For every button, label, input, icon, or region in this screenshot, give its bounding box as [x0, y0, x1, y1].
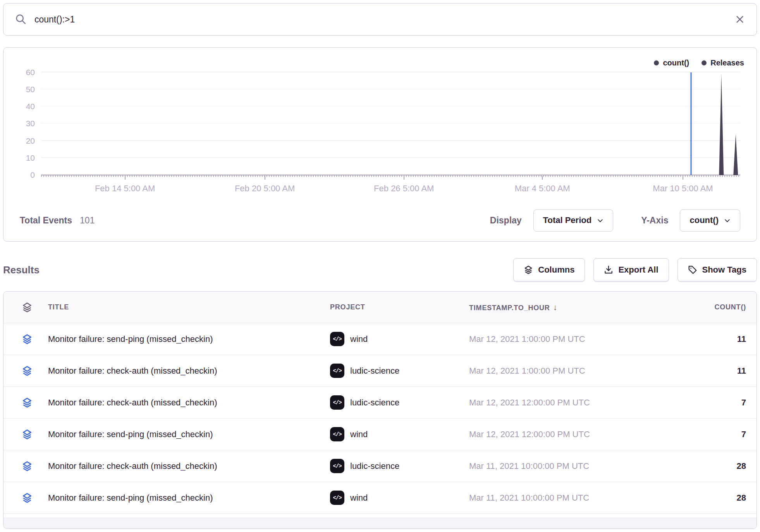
row-title[interactable]: Monitor failure: send-ping (missed_check… — [48, 493, 330, 503]
row-title[interactable]: Monitor failure: check-auth (missed_chec… — [48, 366, 330, 376]
project-platform-icon: </> — [330, 364, 344, 378]
project-name: wind — [350, 429, 368, 439]
total-events: Total Events 101 — [20, 215, 95, 226]
table-row[interactable]: Monitor failure: send-ping (missed_check… — [3, 482, 757, 514]
layers-icon — [22, 493, 33, 503]
x-axis-minor-ticks — [41, 175, 740, 177]
show-tags-button-label: Show Tags — [702, 265, 747, 275]
table-row[interactable]: Monitor failure: check-auth (missed_chec… — [3, 387, 757, 419]
row-timestamp: Mar 12, 2021 1:00:00 PM UTC — [469, 366, 647, 376]
x-axis-tick — [125, 176, 126, 180]
project-platform-icon: </> — [330, 459, 344, 473]
layers-icon — [22, 397, 33, 408]
row-timestamp: Mar 12, 2021 12:00:00 PM UTC — [469, 398, 647, 408]
y-axis-tick-label: 10 — [26, 153, 35, 163]
y-axis-tick-label: 0 — [30, 170, 35, 180]
project-platform-icon: </> — [330, 427, 344, 441]
row-project[interactable]: </>ludic-science — [330, 459, 469, 473]
header-count[interactable]: COUNT() — [647, 303, 757, 311]
results-table: TITLE PROJECT TIMESTAMP.TO_HOUR↓ COUNT()… — [3, 291, 757, 529]
table-header-row: TITLE PROJECT TIMESTAMP.TO_HOUR↓ COUNT() — [3, 292, 757, 323]
columns-button[interactable]: Columns — [513, 258, 585, 281]
row-project[interactable]: </>ludic-science — [330, 395, 469, 410]
project-platform-icon: </> — [330, 491, 344, 505]
columns-button-label: Columns — [538, 265, 574, 275]
results-title: Results — [3, 264, 40, 276]
total-events-value: 101 — [80, 215, 95, 226]
project-platform-icon: </> — [330, 332, 344, 346]
x-axis-tick-label: Mar 10 5:00 AM — [653, 184, 713, 194]
y-axis-tick-label: 30 — [26, 119, 35, 128]
chevron-down-icon — [597, 217, 604, 224]
layers-icon — [22, 461, 33, 472]
table-row[interactable]: Monitor failure: check-auth (missed_chec… — [3, 450, 757, 482]
layers-icon — [524, 265, 533, 275]
project-name: ludic-science — [350, 398, 399, 408]
x-axis-tick-label: Feb 20 5:00 AM — [235, 184, 295, 194]
row-project[interactable]: </>wind — [330, 427, 469, 441]
count-series-spike — [733, 134, 738, 175]
search-bar — [3, 3, 757, 36]
count-series-spike — [719, 74, 724, 175]
events-chart-panel: count() Releases 0102030405060Feb 14 5:0… — [3, 47, 757, 242]
row-timestamp: Mar 11, 2021 10:00:00 PM UTC — [469, 461, 647, 471]
download-icon — [604, 265, 613, 275]
header-project[interactable]: PROJECT — [330, 303, 469, 311]
row-project[interactable]: </>wind — [330, 332, 469, 346]
chart-plot[interactable]: 0102030405060Feb 14 5:00 AMFeb 20 5:00 A… — [41, 59, 740, 175]
header-title[interactable]: TITLE — [48, 303, 330, 311]
table-footer — [3, 518, 757, 529]
row-timestamp: Mar 12, 2021 1:00:00 PM UTC — [469, 334, 647, 344]
row-title[interactable]: Monitor failure: send-ping (missed_check… — [48, 429, 330, 439]
tag-icon — [688, 265, 697, 275]
yaxis-dropdown[interactable]: count() — [680, 209, 740, 232]
search-icon — [15, 14, 27, 25]
chevron-down-icon — [724, 217, 731, 224]
row-project[interactable]: </>ludic-science — [330, 364, 469, 378]
header-stack-cell[interactable] — [3, 302, 48, 313]
row-count: 28 — [647, 493, 757, 503]
results-bar: Results Columns Export All Show Tags — [3, 257, 757, 283]
table-row[interactable]: Monitor failure: check-auth (missed_chec… — [3, 355, 757, 387]
project-name: wind — [350, 334, 368, 344]
table-body: Monitor failure: send-ping (missed_check… — [3, 323, 757, 514]
y-axis-tick-label: 50 — [26, 85, 35, 94]
row-title[interactable]: Monitor failure: send-ping (missed_check… — [48, 334, 330, 344]
export-all-button[interactable]: Export All — [593, 258, 669, 281]
x-axis-tick-label: Feb 26 5:00 AM — [374, 184, 434, 194]
row-count: 11 — [647, 334, 757, 344]
x-axis-tick-label: Mar 4 5:00 AM — [515, 184, 570, 194]
search-input[interactable] — [34, 14, 727, 25]
table-row[interactable]: Monitor failure: send-ping (missed_check… — [3, 323, 757, 355]
row-project[interactable]: </>wind — [330, 491, 469, 505]
display-dropdown[interactable]: Total Period — [533, 209, 614, 232]
layers-icon — [22, 302, 33, 313]
row-count: 11 — [647, 366, 757, 376]
export-all-button-label: Export All — [618, 265, 658, 275]
row-timestamp: Mar 11, 2021 10:00:00 PM UTC — [469, 493, 647, 503]
layers-icon — [22, 366, 33, 376]
clear-search-button[interactable] — [735, 14, 745, 24]
layers-icon — [22, 429, 33, 440]
count-series[interactable] — [41, 59, 740, 175]
y-axis-tick-label: 20 — [26, 136, 35, 146]
project-platform-icon: </> — [330, 395, 344, 410]
show-tags-button[interactable]: Show Tags — [677, 258, 757, 281]
display-label: Display — [490, 215, 522, 226]
row-count: 7 — [647, 429, 757, 439]
yaxis-label: Y-Axis — [641, 215, 668, 226]
x-axis-tick — [683, 176, 683, 180]
yaxis-dropdown-value: count() — [690, 215, 719, 225]
x-axis-tick — [542, 176, 543, 180]
project-name: wind — [350, 493, 368, 503]
table-row[interactable]: Monitor failure: send-ping (missed_check… — [3, 419, 757, 450]
row-title[interactable]: Monitor failure: check-auth (missed_chec… — [48, 398, 330, 408]
display-dropdown-value: Total Period — [543, 215, 592, 225]
x-axis-tick — [265, 176, 265, 180]
row-count: 28 — [647, 461, 757, 471]
row-timestamp: Mar 12, 2021 12:00:00 PM UTC — [469, 429, 647, 439]
y-axis-tick-label: 40 — [26, 102, 35, 111]
row-title[interactable]: Monitor failure: check-auth (missed_chec… — [48, 461, 330, 471]
header-timestamp[interactable]: TIMESTAMP.TO_HOUR↓ — [469, 303, 647, 312]
header-timestamp-label: TIMESTAMP.TO_HOUR — [469, 304, 550, 312]
